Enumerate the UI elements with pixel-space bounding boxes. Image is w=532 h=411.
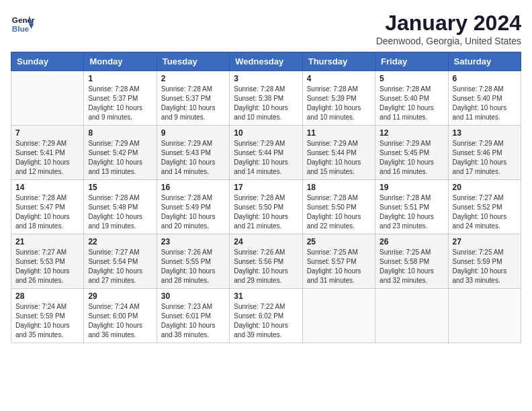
day-number: 28 <box>15 291 79 301</box>
column-header-sunday: Sunday <box>11 52 84 71</box>
calendar-cell: 4Sunrise: 7:28 AM Sunset: 5:39 PM Daylig… <box>302 71 375 126</box>
column-header-saturday: Saturday <box>448 52 521 71</box>
calendar-cell: 24Sunrise: 7:26 AM Sunset: 5:56 PM Dayli… <box>230 234 302 289</box>
day-info: Sunrise: 7:28 AM Sunset: 5:37 PM Dayligh… <box>88 85 152 122</box>
calendar-cell: 21Sunrise: 7:27 AM Sunset: 5:53 PM Dayli… <box>11 234 84 289</box>
day-number: 3 <box>234 74 298 83</box>
calendar-cell: 30Sunrise: 7:23 AM Sunset: 6:01 PM Dayli… <box>157 289 229 343</box>
calendar-cell: 16Sunrise: 7:28 AM Sunset: 5:49 PM Dayli… <box>157 180 229 234</box>
location-subtitle: Deenwood, Georgia, United States <box>376 36 521 46</box>
day-number: 18 <box>307 183 371 192</box>
day-info: Sunrise: 7:29 AM Sunset: 5:46 PM Dayligh… <box>453 139 517 177</box>
calendar-cell: 9Sunrise: 7:29 AM Sunset: 5:43 PM Daylig… <box>157 126 229 180</box>
day-info: Sunrise: 7:28 AM Sunset: 5:39 PM Dayligh… <box>307 85 371 122</box>
day-info: Sunrise: 7:27 AM Sunset: 5:52 PM Dayligh… <box>453 193 517 231</box>
calendar-cell: 15Sunrise: 7:28 AM Sunset: 5:48 PM Dayli… <box>84 180 157 234</box>
calendar-cell: 14Sunrise: 7:28 AM Sunset: 5:47 PM Dayli… <box>11 180 84 234</box>
logo: General Blue <box>11 11 35 35</box>
calendar-cell: 1Sunrise: 7:28 AM Sunset: 5:37 PM Daylig… <box>84 71 157 126</box>
day-number: 22 <box>88 237 152 246</box>
calendar-cell: 7Sunrise: 7:29 AM Sunset: 5:41 PM Daylig… <box>11 126 84 180</box>
calendar-cell <box>11 71 84 126</box>
day-number: 20 <box>453 183 517 192</box>
day-info: Sunrise: 7:29 AM Sunset: 5:42 PM Dayligh… <box>88 139 152 177</box>
calendar-cell: 28Sunrise: 7:24 AM Sunset: 5:59 PM Dayli… <box>11 289 84 343</box>
day-number: 17 <box>234 183 298 192</box>
calendar-cell: 29Sunrise: 7:24 AM Sunset: 6:00 PM Dayli… <box>84 289 157 343</box>
day-info: Sunrise: 7:23 AM Sunset: 6:01 PM Dayligh… <box>161 302 225 340</box>
calendar-cell: 25Sunrise: 7:25 AM Sunset: 5:57 PM Dayli… <box>302 234 375 289</box>
logo-icon: General Blue <box>11 11 35 35</box>
day-info: Sunrise: 7:28 AM Sunset: 5:50 PM Dayligh… <box>234 193 298 231</box>
calendar-cell: 22Sunrise: 7:27 AM Sunset: 5:54 PM Dayli… <box>84 234 157 289</box>
calendar-cell: 26Sunrise: 7:25 AM Sunset: 5:58 PM Dayli… <box>375 234 448 289</box>
day-number: 19 <box>380 183 443 192</box>
day-info: Sunrise: 7:26 AM Sunset: 5:56 PM Dayligh… <box>234 248 298 285</box>
day-number: 29 <box>88 291 152 301</box>
calendar-week-row: 28Sunrise: 7:24 AM Sunset: 5:59 PM Dayli… <box>11 289 521 343</box>
day-number: 26 <box>380 237 443 246</box>
day-info: Sunrise: 7:28 AM Sunset: 5:40 PM Dayligh… <box>380 85 443 122</box>
column-header-monday: Monday <box>84 52 157 71</box>
calendar-week-row: 21Sunrise: 7:27 AM Sunset: 5:53 PM Dayli… <box>11 234 521 289</box>
day-info: Sunrise: 7:27 AM Sunset: 5:53 PM Dayligh… <box>15 248 79 285</box>
calendar-week-row: 1Sunrise: 7:28 AM Sunset: 5:37 PM Daylig… <box>11 71 521 126</box>
day-number: 7 <box>15 128 79 138</box>
day-number: 14 <box>15 183 79 192</box>
calendar-header-row: SundayMondayTuesdayWednesdayThursdayFrid… <box>11 52 521 71</box>
day-number: 30 <box>161 291 225 301</box>
day-info: Sunrise: 7:25 AM Sunset: 5:59 PM Dayligh… <box>453 248 517 285</box>
day-number: 31 <box>234 291 298 301</box>
column-header-thursday: Thursday <box>302 52 375 71</box>
title-block: January 2024 Deenwood, Georgia, United S… <box>376 11 521 46</box>
day-number: 27 <box>453 237 517 246</box>
day-number: 10 <box>234 128 298 138</box>
day-number: 5 <box>380 74 443 83</box>
day-info: Sunrise: 7:29 AM Sunset: 5:43 PM Dayligh… <box>161 139 225 177</box>
day-info: Sunrise: 7:28 AM Sunset: 5:48 PM Dayligh… <box>88 193 152 231</box>
calendar-cell: 6Sunrise: 7:28 AM Sunset: 5:40 PM Daylig… <box>448 71 521 126</box>
day-info: Sunrise: 7:28 AM Sunset: 5:49 PM Dayligh… <box>161 193 225 231</box>
column-header-wednesday: Wednesday <box>230 52 302 71</box>
calendar-week-row: 14Sunrise: 7:28 AM Sunset: 5:47 PM Dayli… <box>11 180 521 234</box>
day-info: Sunrise: 7:29 AM Sunset: 5:44 PM Dayligh… <box>234 139 298 177</box>
day-info: Sunrise: 7:28 AM Sunset: 5:51 PM Dayligh… <box>380 193 443 231</box>
svg-marker-3 <box>29 24 34 29</box>
calendar-cell: 13Sunrise: 7:29 AM Sunset: 5:46 PM Dayli… <box>448 126 521 180</box>
day-info: Sunrise: 7:28 AM Sunset: 5:47 PM Dayligh… <box>15 193 79 231</box>
page-header: General Blue January 2024 Deenwood, Geor… <box>11 11 521 46</box>
calendar-cell: 19Sunrise: 7:28 AM Sunset: 5:51 PM Dayli… <box>375 180 448 234</box>
calendar-cell: 10Sunrise: 7:29 AM Sunset: 5:44 PM Dayli… <box>230 126 302 180</box>
day-number: 1 <box>88 74 152 83</box>
calendar-cell <box>375 289 448 343</box>
day-info: Sunrise: 7:24 AM Sunset: 5:59 PM Dayligh… <box>15 302 79 340</box>
calendar-cell: 5Sunrise: 7:28 AM Sunset: 5:40 PM Daylig… <box>375 71 448 126</box>
day-info: Sunrise: 7:25 AM Sunset: 5:57 PM Dayligh… <box>307 248 371 285</box>
day-number: 4 <box>307 74 371 83</box>
day-number: 9 <box>161 128 225 138</box>
day-number: 2 <box>161 74 225 83</box>
day-number: 13 <box>453 128 517 138</box>
calendar-table: SundayMondayTuesdayWednesdayThursdayFrid… <box>11 52 521 343</box>
day-number: 25 <box>307 237 371 246</box>
day-info: Sunrise: 7:26 AM Sunset: 5:55 PM Dayligh… <box>161 248 225 285</box>
day-info: Sunrise: 7:25 AM Sunset: 5:58 PM Dayligh… <box>380 248 443 285</box>
svg-text:Blue: Blue <box>12 24 30 33</box>
day-info: Sunrise: 7:29 AM Sunset: 5:44 PM Dayligh… <box>307 139 371 177</box>
day-number: 12 <box>380 128 443 138</box>
day-info: Sunrise: 7:29 AM Sunset: 5:41 PM Dayligh… <box>15 139 79 177</box>
day-info: Sunrise: 7:28 AM Sunset: 5:38 PM Dayligh… <box>234 85 298 122</box>
calendar-cell: 27Sunrise: 7:25 AM Sunset: 5:59 PM Dayli… <box>448 234 521 289</box>
calendar-cell: 23Sunrise: 7:26 AM Sunset: 5:55 PM Dayli… <box>157 234 229 289</box>
calendar-cell: 31Sunrise: 7:22 AM Sunset: 6:02 PM Dayli… <box>230 289 302 343</box>
column-header-friday: Friday <box>375 52 448 71</box>
calendar-cell <box>302 289 375 343</box>
day-number: 8 <box>88 128 152 138</box>
day-info: Sunrise: 7:28 AM Sunset: 5:40 PM Dayligh… <box>453 85 517 122</box>
calendar-cell: 12Sunrise: 7:29 AM Sunset: 5:45 PM Dayli… <box>375 126 448 180</box>
day-number: 15 <box>88 183 152 192</box>
day-number: 24 <box>234 237 298 246</box>
day-info: Sunrise: 7:24 AM Sunset: 6:00 PM Dayligh… <box>88 302 152 340</box>
calendar-cell: 20Sunrise: 7:27 AM Sunset: 5:52 PM Dayli… <box>448 180 521 234</box>
day-info: Sunrise: 7:28 AM Sunset: 5:37 PM Dayligh… <box>161 85 225 122</box>
